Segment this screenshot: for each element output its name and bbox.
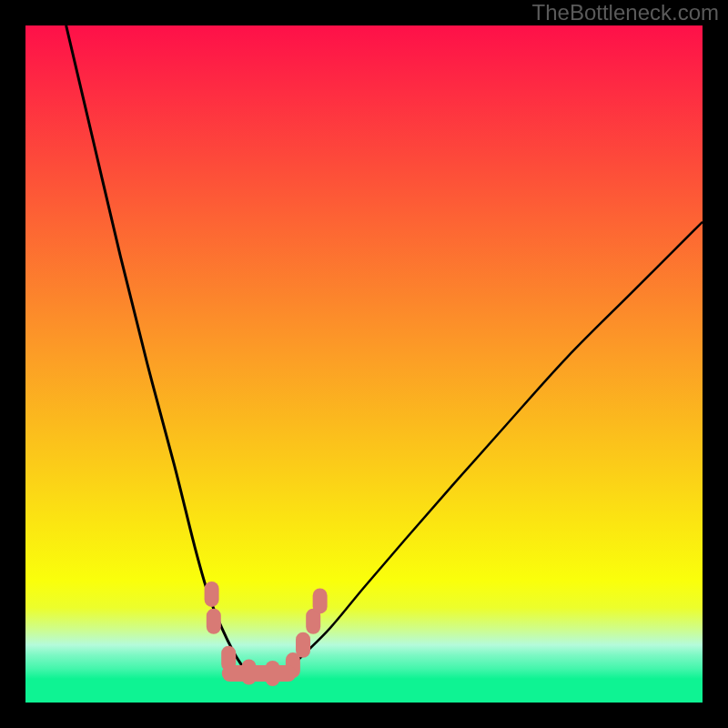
marker-point <box>205 581 219 607</box>
chart-svg <box>25 25 703 703</box>
marker-point <box>207 609 221 634</box>
watermark-text: TheBottleneck.com <box>532 0 719 25</box>
plot-area <box>25 25 703 703</box>
right-branch-curve <box>283 222 703 675</box>
marker-point <box>313 588 328 613</box>
marker-cluster <box>205 581 328 686</box>
outer-frame: TheBottleneck.com <box>0 0 728 728</box>
marker-trough-bar <box>222 665 297 682</box>
marker-point <box>296 632 310 658</box>
left-branch-curve <box>66 25 249 675</box>
